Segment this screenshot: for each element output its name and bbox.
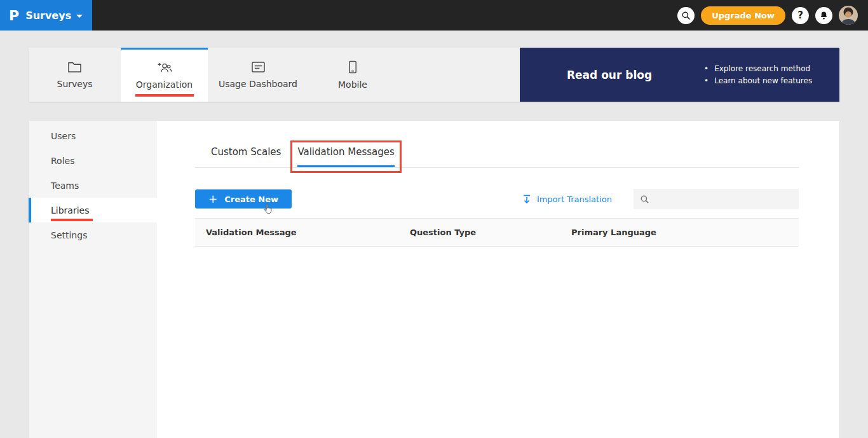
questionpro-logo-icon: P: [9, 8, 19, 24]
nav-tab-mobile[interactable]: Mobile: [308, 48, 397, 102]
sidebar-item-teams[interactable]: Teams: [29, 173, 157, 198]
sidebar-item-label: Settings: [51, 230, 87, 240]
blog-bullet: Explore research method: [704, 64, 812, 73]
primary-nav: Surveys Organization Usage Dashboard Mob…: [29, 48, 839, 102]
libraries-content: Custom Scales Validation Messages + Crea…: [157, 121, 839, 438]
chevron-down-icon: [76, 15, 83, 18]
sidebar-item-label: Libraries: [51, 205, 89, 216]
tab-label: Validation Messages: [297, 146, 394, 158]
primary-nav-tabs: Surveys Organization Usage Dashboard Mob…: [29, 48, 520, 102]
dashboard-icon: [251, 61, 266, 73]
mobile-phone-icon: [348, 60, 357, 74]
sidebar-item-settings[interactable]: Settings: [29, 222, 157, 247]
nav-tab-label: Mobile: [338, 79, 367, 90]
notifications-button[interactable]: [815, 7, 832, 24]
import-icon: [522, 195, 531, 204]
sidebar-item-users[interactable]: Users: [29, 123, 157, 148]
product-label: Surveys: [25, 10, 71, 22]
tab-validation-messages[interactable]: Validation Messages: [297, 146, 394, 167]
organization-people-icon: [156, 62, 173, 74]
sidebar-item-label: Roles: [51, 156, 74, 166]
topbar-actions: Upgrade Now ?: [677, 6, 868, 25]
import-translation-label: Import Translation: [537, 195, 612, 204]
import-translation-link[interactable]: Import Translation: [522, 195, 612, 204]
question-mark-icon: ?: [797, 10, 803, 21]
create-new-label: Create New: [224, 195, 278, 204]
toolbar-left: + Create New: [195, 189, 292, 209]
annotation-underline: [51, 219, 93, 221]
search-button[interactable]: [677, 7, 695, 24]
topbar: P Surveys Upgrade Now ?: [0, 0, 868, 31]
search-icon: [681, 11, 691, 20]
avatar[interactable]: [839, 6, 858, 25]
search-input[interactable]: [654, 195, 792, 204]
create-new-button[interactable]: + Create New: [195, 189, 292, 209]
main-panel: Users Roles Teams Libraries Settings Cus…: [29, 121, 839, 438]
sidebar-item-libraries[interactable]: Libraries: [29, 198, 157, 222]
sidebar-item-label: Users: [51, 131, 76, 141]
upgrade-button[interactable]: Upgrade Now: [701, 6, 785, 25]
folder-icon: [67, 61, 82, 73]
nav-tab-usage-dashboard[interactable]: Usage Dashboard: [208, 48, 308, 102]
nav-tab-surveys[interactable]: Surveys: [29, 48, 121, 102]
sidebar-item-roles[interactable]: Roles: [29, 148, 157, 173]
plus-icon: +: [208, 194, 217, 205]
product-switcher[interactable]: P Surveys: [0, 0, 92, 31]
annotation-underline: [135, 94, 194, 97]
nav-tab-label: Surveys: [57, 79, 93, 89]
search-icon: [640, 195, 649, 204]
column-header-question-type: Question Type: [410, 228, 571, 237]
table-header-row: Validation Message Question Type Primary…: [195, 218, 799, 247]
page: P Surveys Upgrade Now ? Surveys: [0, 0, 868, 438]
blog-bullet: Learn about new features: [704, 76, 812, 85]
avatar-image: [839, 6, 858, 25]
table-search[interactable]: [634, 189, 799, 209]
tab-custom-scales[interactable]: Custom Scales: [211, 146, 281, 167]
tab-label: Custom Scales: [211, 146, 281, 158]
column-header-validation-message: Validation Message: [195, 228, 410, 237]
help-button[interactable]: ?: [792, 7, 809, 24]
toolbar-right: Import Translation: [522, 189, 799, 209]
blog-banner[interactable]: Read our blog Explore research method Le…: [520, 48, 839, 102]
nav-tab-organization[interactable]: Organization: [121, 48, 208, 102]
sidebar-item-label: Teams: [51, 181, 79, 191]
nav-tab-label: Organization: [136, 79, 193, 90]
bell-icon: [819, 11, 829, 20]
blog-title: Read our blog: [567, 69, 652, 81]
toolbar: + Create New Import Translation: [195, 189, 799, 209]
nav-tab-label: Usage Dashboard: [219, 79, 297, 89]
library-tabs: Custom Scales Validation Messages: [195, 146, 799, 168]
column-header-primary-language: Primary Language: [571, 228, 799, 237]
settings-sidebar: Users Roles Teams Libraries Settings: [29, 121, 157, 438]
blog-bullet-list: Explore research method Learn about new …: [704, 61, 812, 88]
